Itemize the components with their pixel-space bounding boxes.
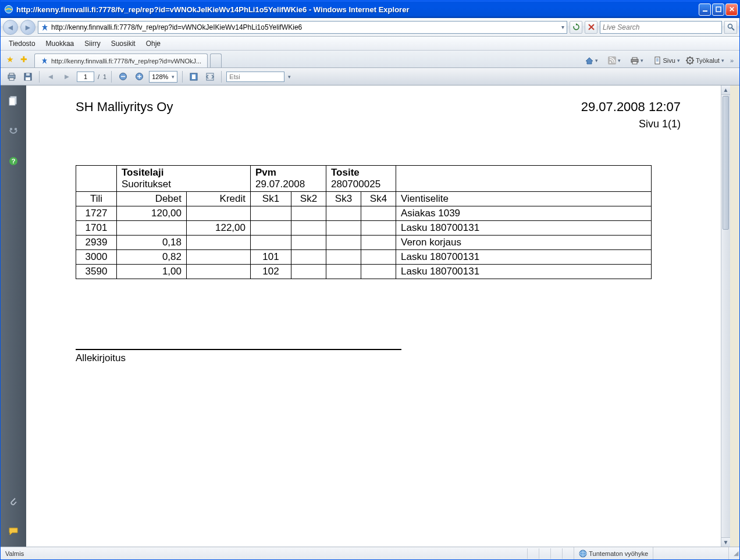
menu-help[interactable]: Ohje <box>141 38 165 49</box>
scroll-up-icon[interactable]: ▲ <box>721 85 730 95</box>
table-row: 30000,82101Lasku 180700131 <box>76 250 652 265</box>
titlebar[interactable]: http://kenny.finnvalli.fi:7778/fv_rep/re… <box>1 1 739 18</box>
svg-text:?: ? <box>12 158 16 165</box>
pdf-next-page-button[interactable]: ► <box>61 70 73 83</box>
pdf-help-button[interactable]: ? <box>6 154 20 168</box>
resize-grip-icon[interactable]: ◢ <box>729 548 739 558</box>
svg-point-12 <box>609 62 611 63</box>
col-sk4: Sk4 <box>361 192 396 206</box>
status-bar: Valmis Tuntematon vyöhyke ◢ <box>1 547 739 559</box>
svg-rect-2 <box>716 7 721 12</box>
new-tab-button[interactable] <box>210 53 222 67</box>
ie-window: http://kenny.finnvalli.fi:7778/fv_rep/re… <box>0 0 740 560</box>
stop-button[interactable] <box>585 21 597 34</box>
col-selite: Vientiselite <box>396 192 652 206</box>
pdf-viewport[interactable]: SH Malliyritys Oy 29.07.2008 12:07 Sivu … <box>26 85 739 547</box>
forward-button[interactable]: ► <box>20 20 35 35</box>
pdf-page-input[interactable] <box>77 72 94 82</box>
col-tili: Tili <box>76 192 117 206</box>
favorites-star-icon[interactable]: ★ <box>4 53 16 65</box>
feeds-button[interactable] <box>606 55 623 66</box>
pdf-fit-width-button[interactable] <box>204 70 216 83</box>
pdf-attachments-button[interactable] <box>6 494 20 508</box>
pdf-pages-panel-button[interactable] <box>6 94 20 108</box>
toolbar-chevron-icon[interactable]: » <box>728 56 736 65</box>
signature-line <box>76 349 401 350</box>
address-url: http://kenny.finnvalli.fi:7778/fv_rep/re… <box>51 23 559 31</box>
print-button[interactable] <box>628 55 646 66</box>
svg-point-21 <box>689 59 691 61</box>
window-title: http://kenny.finnvalli.fi:7778/fv_rep/re… <box>16 5 699 14</box>
back-button[interactable]: ◄ <box>3 20 18 35</box>
table-row: 1701122,00Lasku 180700131 <box>76 221 652 236</box>
scroll-thumb[interactable] <box>723 96 729 230</box>
search-box[interactable] <box>600 21 722 34</box>
pdf-page-total: 1 <box>103 73 106 80</box>
pdf-zoom-select[interactable]: 128%▾ <box>149 71 177 83</box>
minimize-button[interactable] <box>699 3 711 16</box>
val-tositelaji: Suoritukset <box>122 179 171 190</box>
status-left: Valmis <box>5 550 24 557</box>
pdf-fit-page-button[interactable] <box>187 70 200 83</box>
menu-edit[interactable]: Muokkaa <box>41 38 79 49</box>
col-sk3: Sk3 <box>326 192 361 206</box>
svg-line-27 <box>692 62 693 63</box>
address-bar[interactable]: http://kenny.finnvalli.fi:7778/fv_rep/re… <box>38 21 567 34</box>
svg-marker-9 <box>42 58 47 64</box>
pdf-page-sep: / <box>98 73 99 80</box>
tab-favicon-icon <box>41 57 48 65</box>
pdf-comments-button[interactable] <box>6 525 20 538</box>
table-row: 1727120,00Asiakas 1039 <box>76 206 652 221</box>
pdf-save-button[interactable] <box>22 70 34 83</box>
th-pvm: Pvm <box>255 167 276 178</box>
svg-rect-42 <box>192 74 195 79</box>
val-tosite: 280700025 <box>331 179 380 190</box>
svg-line-28 <box>692 58 693 59</box>
signature-label: Allekirjoitus <box>76 352 681 364</box>
menu-favorites[interactable]: Suosikit <box>106 38 140 49</box>
svg-rect-40 <box>138 74 140 79</box>
svg-rect-43 <box>207 73 214 80</box>
svg-rect-37 <box>121 76 125 77</box>
svg-rect-1 <box>703 10 707 12</box>
tab-current[interactable]: http://kenny.finnvalli.fi:7778/fv_rep/re… <box>34 53 208 67</box>
pdf-zoom-in-button[interactable] <box>133 70 145 83</box>
pdf-zoom-out-button[interactable] <box>116 70 129 83</box>
tools-menu[interactable]: Työkalut <box>684 55 727 66</box>
menu-file[interactable]: Tiedosto <box>4 38 40 49</box>
ie-logo-icon <box>4 5 13 14</box>
svg-point-47 <box>15 128 17 130</box>
close-button[interactable]: ✕ <box>725 3 738 16</box>
table-row: 29390,18Veron korjaus <box>76 236 652 250</box>
pdf-toolbar: ◄ ► / 1 128%▾ ▾ <box>1 68 739 85</box>
maximize-button[interactable] <box>712 3 724 16</box>
search-input[interactable] <box>603 23 719 31</box>
pdf-prev-page-button[interactable]: ◄ <box>44 70 57 83</box>
scroll-down-icon[interactable]: ▼ <box>721 537 730 547</box>
content-area: ? SH Malliyritys Oy 29.07.2008 12:07 Siv… <box>1 85 739 547</box>
svg-point-46 <box>10 128 12 130</box>
svg-marker-4 <box>576 23 578 26</box>
voucher-table: Tositelaji Suoritukset Pvm 29.07.2008 To… <box>76 165 652 279</box>
report-page: SH Malliyritys Oy 29.07.2008 12:07 Sivu … <box>35 85 721 378</box>
page-menu[interactable]: Sivu <box>651 55 682 66</box>
th-tosite: Tosite <box>331 167 360 178</box>
th-tositelaji: Tositelaji <box>122 167 163 178</box>
home-button[interactable] <box>583 55 600 66</box>
vertical-scrollbar[interactable]: ▲ ▼ <box>721 85 730 547</box>
refresh-button[interactable] <box>570 21 582 34</box>
svg-marker-10 <box>586 58 593 64</box>
status-zone: Tuntematon vyöhyke <box>589 550 648 557</box>
menu-go[interactable]: Siirry <box>80 38 105 49</box>
pdf-find-input[interactable] <box>226 72 284 82</box>
report-company: SH Malliyritys Oy <box>76 99 173 115</box>
search-go-button[interactable] <box>724 21 737 34</box>
address-dropdown-icon[interactable]: ▾ <box>561 24 564 30</box>
pdf-bookmarks-panel-button[interactable] <box>6 124 20 138</box>
pdf-print-button[interactable] <box>5 70 18 83</box>
svg-line-29 <box>687 62 688 63</box>
pdf-find-dropdown-icon[interactable]: ▾ <box>288 74 291 80</box>
svg-line-8 <box>732 28 734 30</box>
tab-strip: ★ ✚ http://kenny.finnvalli.fi:7778/fv_re… <box>1 51 739 68</box>
add-favorite-icon[interactable]: ✚ <box>18 53 30 65</box>
